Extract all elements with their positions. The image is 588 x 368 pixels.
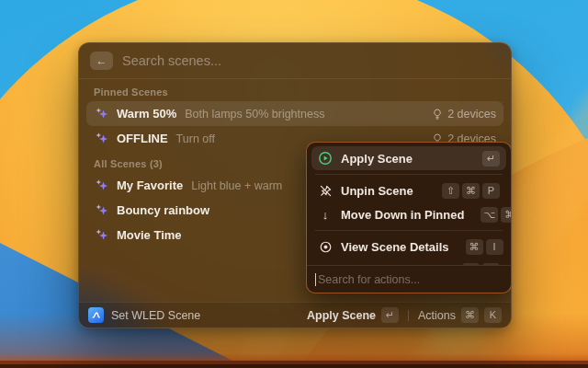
action-label: Move Down in Pinned <box>341 208 464 222</box>
cmd-key: ⌘ <box>461 307 479 323</box>
p-key: P <box>482 183 500 199</box>
play-circle-icon <box>318 151 333 166</box>
wallpaper-bottom-strip <box>0 353 588 368</box>
sparkles-icon <box>94 228 108 243</box>
actions-label: Actions <box>418 309 456 322</box>
search-input[interactable] <box>122 53 500 68</box>
scene-subtitle: Turn off <box>176 132 215 145</box>
shift-key: ⇧ <box>442 183 459 199</box>
scene-title: OFFLINE <box>117 132 168 145</box>
wled-icon <box>88 307 104 323</box>
action-edit-scene[interactable]: Edit Scene ⌘ E <box>311 259 506 265</box>
scene-subtitle: Both lamps 50% brightness <box>185 108 324 121</box>
list-item-warm-50[interactable]: Warm 50% Both lamps 50% brightness 2 dev… <box>86 101 503 126</box>
action-label: Unpin Scene <box>341 184 413 198</box>
back-button[interactable]: ← <box>90 52 113 70</box>
cmd-key: ⌘ <box>462 183 480 199</box>
sparkles-icon <box>94 107 108 121</box>
section-header-pinned: Pinned Scenes <box>86 79 503 101</box>
scene-title: Movie Time <box>117 228 182 242</box>
extension-name: Set WLED Scene <box>111 309 200 322</box>
action-unpin-scene[interactable]: Unpin Scene ⇧ ⌘ P <box>311 178 506 202</box>
k-key: K <box>484 307 502 323</box>
sparkles-icon <box>94 132 108 146</box>
menu-divider <box>315 174 503 175</box>
target-icon <box>318 239 333 254</box>
primary-action-button[interactable]: Apply Scene ↵ <box>307 307 399 323</box>
shortcut-keys: ⌘ I <box>466 239 503 255</box>
action-label: View Scene Details <box>341 240 449 254</box>
action-list: Apply Scene ↵ Unpin Sce <box>307 143 511 265</box>
screen: ← Pinned Scenes Warm 50% Both lamps 50% … <box>0 0 588 368</box>
scene-title: Warm 50% <box>117 107 176 121</box>
shortcut-keys: ⌥ ⌘ ↓ <box>481 207 511 223</box>
pin-slash-icon <box>318 183 333 198</box>
scene-title: My Favorite <box>117 178 183 192</box>
action-panel: Apply Scene ↵ Unpin Sce <box>306 142 512 293</box>
return-key: ↵ <box>381 307 399 323</box>
action-move-down[interactable]: ↓ Move Down in Pinned ⌥ ⌘ ↓ <box>311 202 506 226</box>
option-key: ⌥ <box>481 207 498 223</box>
primary-action-label: Apply Scene <box>307 309 376 322</box>
sparkles-icon <box>94 203 108 218</box>
shortcut-keys: ⇧ ⌘ P <box>442 183 500 199</box>
action-search-input[interactable] <box>316 273 502 286</box>
scene-subtitle: Light blue + warm <box>191 179 282 192</box>
scene-title: Bouncy rainbow <box>117 203 209 217</box>
action-label: Apply Scene <box>341 152 413 166</box>
shortcut-keys: ↵ <box>482 151 500 167</box>
return-key: ↵ <box>482 151 500 167</box>
device-accessory: 2 devices <box>431 108 496 121</box>
status-bar: Set WLED Scene Apply Scene ↵ Actions ⌘ K <box>79 302 511 328</box>
lightbulb-icon <box>431 108 443 120</box>
text-caret <box>315 273 316 286</box>
cmd-key: ⌘ <box>501 207 511 223</box>
footer-separator <box>408 310 409 321</box>
arrow-down-icon: ↓ <box>318 207 333 222</box>
action-search-bar <box>307 265 511 293</box>
raycast-window: ← Pinned Scenes Warm 50% Both lamps 50% … <box>78 42 512 328</box>
menu-divider <box>315 230 503 231</box>
action-apply-scene[interactable]: Apply Scene ↵ <box>311 146 506 170</box>
action-view-details[interactable]: View Scene Details ⌘ I <box>311 235 506 259</box>
sparkles-icon <box>94 178 108 193</box>
device-count: 2 devices <box>447 108 496 121</box>
i-key: I <box>486 239 503 255</box>
actions-button[interactable]: Actions ⌘ K <box>418 307 502 323</box>
arrow-left-icon: ← <box>96 55 107 66</box>
cmd-key: ⌘ <box>466 239 483 255</box>
search-header: ← <box>79 43 511 78</box>
